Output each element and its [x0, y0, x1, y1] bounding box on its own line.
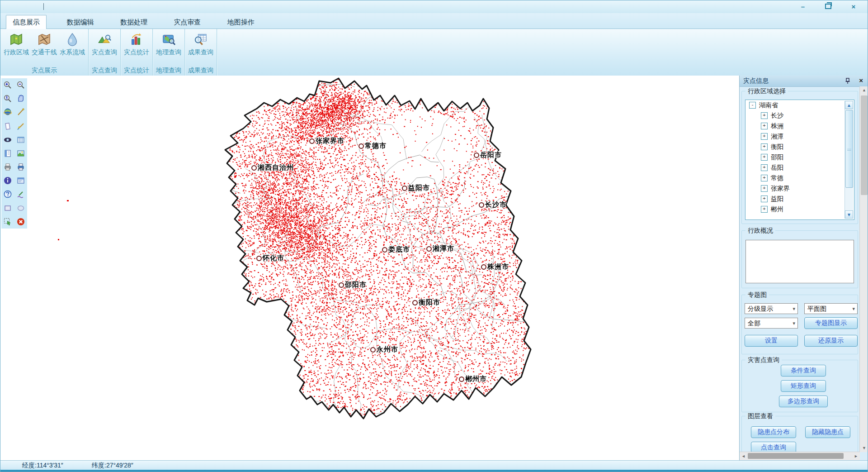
delete-button[interactable] — [15, 216, 26, 227]
status-bar: 经度:114°3′31″ 纬度:27°49′28″ — [0, 460, 868, 470]
tree-item[interactable]: + 长沙 — [745, 110, 854, 121]
thematic-show-button[interactable]: 专题图显示 — [804, 317, 858, 329]
geo-query-button[interactable]: 地理查询 — [155, 31, 183, 65]
thematic-groupbox: 专题图 分级显示 ▾ 平面图 ▾ 全部 ▾ 专题图显示 设置 还原显示 — [741, 295, 858, 354]
printer-icon — [3, 162, 12, 172]
close-button[interactable]: × — [848, 1, 859, 11]
report-button[interactable] — [2, 148, 13, 159]
ellipse-tool-button[interactable] — [15, 203, 26, 214]
polygon-query-button[interactable]: 多边形查询 — [779, 396, 828, 407]
result-query-button[interactable]: 成果查询 — [187, 31, 215, 65]
restore-display-button[interactable]: 还原显示 — [804, 335, 858, 347]
maptype-select[interactable]: 平面图 ▾ — [804, 303, 858, 314]
full-extent-button[interactable] — [2, 107, 13, 118]
tree-item[interactable]: + 株洲 — [745, 121, 854, 131]
overview-textarea[interactable] — [745, 240, 854, 283]
click-query-button[interactable]: 点击查询 — [751, 442, 796, 452]
expand-icon[interactable]: + — [761, 206, 768, 213]
zoom-in-button[interactable] — [2, 80, 13, 91]
print-button[interactable] — [2, 162, 13, 172]
selected-value: 分级显示 — [748, 305, 773, 312]
panel-close-icon[interactable]: × — [859, 76, 863, 84]
minimize-button[interactable]: – — [797, 1, 809, 11]
panel-scroll-left[interactable]: ◄ — [740, 452, 747, 460]
tree-item[interactable]: + 常德 — [745, 173, 854, 183]
zoom-extent-button[interactable] — [2, 93, 13, 104]
tab-data-process[interactable]: 数据处理 — [114, 15, 154, 29]
settings-button[interactable]: 设置 — [745, 335, 798, 347]
sketch-button[interactable] — [15, 189, 26, 200]
brush-button[interactable] — [15, 121, 26, 132]
tree-item[interactable]: + 衡阳 — [745, 142, 854, 152]
zoom-out-button[interactable] — [15, 80, 26, 91]
panel-scroll-thumb[interactable] — [861, 95, 868, 195]
admin-region-button[interactable]: 行政区域 — [2, 31, 30, 65]
tree-scroll-up[interactable]: ▲ — [845, 101, 853, 109]
hazard-distribution-button[interactable]: 隐患点分布 — [751, 426, 796, 438]
scope-select[interactable]: 全部 ▾ — [745, 318, 798, 329]
tree-item[interactable]: + 湘潭 — [745, 131, 854, 142]
tree-item[interactable]: + 张家界 — [745, 183, 854, 194]
rectangle-tool-button[interactable] — [2, 203, 13, 214]
help-button[interactable] — [2, 189, 13, 200]
expand-icon[interactable]: + — [761, 154, 768, 161]
tree-scrollbar[interactable]: ▲ ▼ — [844, 101, 853, 219]
group-label: 地理查询 — [153, 66, 184, 76]
blank-page-icon — [3, 122, 12, 131]
pan-button[interactable] — [15, 93, 26, 104]
panel-hscroll-thumb[interactable] — [748, 453, 844, 459]
panel-scroll-down[interactable]: ▼ — [860, 444, 868, 452]
hide-hazard-button[interactable]: 隐藏隐患点 — [805, 426, 850, 438]
tab-map-operation[interactable]: 地图操作 — [221, 15, 261, 29]
tree-scroll-down[interactable]: ▼ — [845, 210, 853, 219]
table-search-icon — [193, 33, 208, 46]
overview-window-button[interactable] — [15, 175, 26, 186]
group-disaster-stats: 灾点统计 灾点统计 — [121, 29, 153, 76]
expand-icon[interactable]: + — [761, 123, 768, 129]
traffic-lines-button[interactable]: 交通干线 — [30, 31, 58, 65]
collapse-icon[interactable]: - — [749, 102, 756, 109]
restore-button[interactable] — [822, 1, 834, 11]
expand-icon[interactable]: + — [761, 195, 768, 202]
select-feature-button[interactable] — [2, 216, 13, 227]
tree-item[interactable]: + 邵阳 — [745, 152, 854, 162]
tab-info-display[interactable]: 信息展示 — [6, 15, 47, 29]
blank-page-button[interactable] — [2, 121, 13, 132]
tree-scroll-thumb[interactable] — [845, 110, 853, 188]
region-select-groupbox: 行政区域选择 - 湖南省 + 长沙 + 株洲 — [741, 91, 858, 224]
panel-scroll-up[interactable]: ▲ — [860, 86, 868, 94]
panel-horizontal-scrollbar[interactable]: ◄ ► — [740, 452, 860, 460]
map-canvas[interactable] — [0, 76, 739, 460]
attribute-table-button[interactable] — [15, 134, 26, 145]
panel-vertical-scrollbar[interactable]: ▲ ▼ — [859, 86, 868, 452]
pin-icon[interactable] — [844, 77, 851, 85]
tree-item[interactable]: + 益阳 — [745, 194, 854, 204]
classify-select[interactable]: 分级显示 ▾ — [745, 303, 798, 314]
tree-item-root[interactable]: - 湖南省 — [745, 100, 854, 110]
water-system-button[interactable]: 水系流域 — [58, 31, 86, 65]
expand-icon[interactable]: + — [761, 164, 768, 171]
disaster-query-button[interactable]: 灾点查询 — [90, 31, 118, 65]
expand-icon[interactable]: + — [761, 175, 768, 181]
expand-icon[interactable]: + — [761, 133, 768, 140]
measure-button[interactable] — [15, 107, 26, 118]
expand-icon[interactable]: + — [761, 112, 768, 119]
chevron-down-icon: ▾ — [852, 304, 855, 314]
info-button[interactable] — [2, 175, 13, 186]
tree-item[interactable]: + 岳阳 — [745, 162, 854, 173]
pan-hand-icon — [16, 94, 25, 103]
print-preview-button[interactable] — [15, 162, 26, 172]
tree-item[interactable]: + 郴州 — [745, 204, 854, 215]
tree-item-label: 湖南省 — [759, 101, 778, 110]
rect-query-button[interactable]: 矩形查询 — [781, 380, 826, 392]
chevron-down-icon: ▾ — [793, 318, 795, 328]
tab-disaster-review[interactable]: 灾点审查 — [167, 15, 207, 29]
condition-query-button[interactable]: 条件查询 — [781, 365, 826, 377]
disaster-stats-button[interactable]: 灾点统计 — [123, 31, 151, 65]
expand-icon[interactable]: + — [761, 185, 768, 192]
expand-icon[interactable]: + — [761, 143, 768, 150]
panel-scroll-right[interactable]: ► — [852, 452, 860, 460]
map-image-button[interactable] — [15, 148, 26, 159]
visibility-button[interactable] — [2, 134, 13, 145]
tab-data-edit[interactable]: 数据编辑 — [60, 15, 100, 29]
